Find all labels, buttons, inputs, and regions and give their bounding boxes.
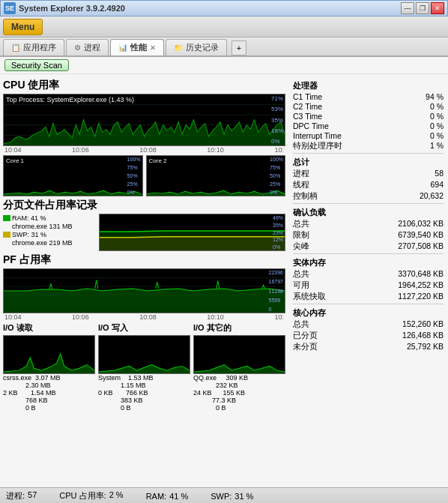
thread-value: 694 (430, 180, 444, 190)
status-ram: RAM: 41 % (146, 492, 189, 501)
status-process-label: 进程: (6, 490, 25, 502)
status-ram-label: RAM: (146, 492, 167, 501)
svg-rect-8 (147, 156, 285, 196)
swp-color (3, 232, 10, 238)
restore-button[interactable]: ❐ (416, 2, 429, 14)
phys-avail-label: 可用 (293, 280, 309, 291)
io-write-title: I/O 写入 (98, 322, 190, 334)
special-row: 特别处理序时 1 % (293, 141, 444, 151)
divider3 (293, 253, 444, 254)
interrupt-label: Interrupt Time (293, 131, 342, 140)
cpu-axis-right: 71% 53% 35% 18% 0% (271, 94, 283, 145)
core2-axis: 100% 75% 50% 25% 0% (270, 156, 283, 196)
phys-total-label: 总共 (293, 269, 309, 280)
io-other-chart (193, 335, 285, 374)
commit-limit-label: 限制 (293, 230, 309, 241)
phys-cache-value: 1127,220 KB (398, 292, 444, 302)
core1-axis: 100% 75% 50% 25% 0% (127, 156, 141, 196)
cpu-time-axis: 10:04 10:06 10:08 10:10 10: (3, 146, 285, 154)
commit-peak-value: 2707,508 KB (398, 241, 444, 252)
status-cpu: CPU 占用率: 2 % (59, 490, 123, 502)
c1-row: C1 Time 94 % (293, 92, 444, 101)
handle-label: 控制柄 (293, 191, 318, 202)
menu-bar: Menu (0, 16, 448, 37)
phys-cache-row: 系统快取 1127,220 KB (293, 292, 444, 302)
pf-record-svg (100, 214, 285, 250)
performance-icon: 📊 (118, 43, 127, 52)
svg-rect-6 (4, 156, 142, 196)
tab-performance[interactable]: 📊 性能 ✕ (110, 39, 164, 55)
pf-time-axis: 10:04 10:06 10:08 10:10 10: (3, 313, 285, 321)
io-other-svg (194, 336, 285, 373)
process-value: 58 (435, 169, 444, 179)
tab-applications[interactable]: 📋 应用程序 (3, 39, 64, 55)
io-read-data: csrss.exe 3.07 MB 2.30 MB 2 KB 1.54 MB 7… (3, 374, 95, 412)
divider2 (293, 203, 444, 204)
dpc-label: DPC Time (293, 121, 329, 130)
io-read-col: I/O 读取 csrss.exe 3.07 MB 2.30 MB 2 KB 1.… (3, 322, 95, 412)
status-ram-value: 41 % (169, 492, 188, 501)
handle-row: 控制柄 20,632 (293, 191, 444, 202)
minimize-button[interactable]: — (401, 2, 414, 14)
core1-chart: 100% 75% 50% 25% 0% Core 1 2 % (3, 155, 143, 196)
io-other-data: QQ.exe 309 KB 232 KB 24 KB 155 KB 77.3 K… (193, 374, 285, 412)
processes-icon: ⚙ (74, 43, 81, 52)
physical-title: 实体内存 (293, 257, 444, 268)
core1-label: Core 1 (6, 157, 24, 164)
tab-processes[interactable]: ⚙ 进程 (66, 39, 109, 55)
dpc-row: DPC Time 0 % (293, 121, 444, 130)
commit-title: 确认负载 (293, 207, 444, 218)
cpu-section: CPU 使用率 71% 53% 35% 18% 0% Top Process: … (3, 79, 285, 196)
menu-button[interactable]: Menu (3, 19, 43, 35)
cpu-title: CPU 使用率 (3, 79, 285, 92)
tab-history-label: 历史记录 (186, 42, 219, 53)
status-swp-value: 31 % (234, 492, 253, 501)
commit-peak-label: 尖峰 (293, 241, 309, 252)
kernel-paged-value: 126,468 KB (402, 331, 444, 341)
commit-total-value: 2106,032 KB (398, 219, 444, 229)
thread-row: 线程 694 (293, 180, 444, 190)
phys-cache-label: 系统快取 (293, 292, 326, 302)
interrupt-row: Interrupt Time 0 % (293, 131, 444, 140)
commit-total-row: 总共 2106,032 KB (293, 219, 444, 229)
history-icon: 📁 (174, 43, 183, 52)
kernel-title: 核心内存 (293, 307, 444, 319)
commit-limit-row: 限制 6739,540 KB (293, 230, 444, 241)
tab-performance-close[interactable]: ✕ (150, 44, 156, 52)
io-read-chart (3, 335, 95, 374)
pf-usage-section: PF 占用率 22396 16797 11198 5599 0 (3, 253, 285, 321)
title-bar: SE System Explorer 3.9.2.4920 — ❐ ✕ (0, 0, 448, 16)
kernel-total-label: 总共 (293, 319, 309, 330)
c2-value: 0 % (430, 102, 444, 111)
status-process: 进程: 57 (6, 490, 37, 502)
io-read-title: I/O 读取 (3, 322, 95, 334)
right-panel: 处理器 C1 Time 94 % C2 Time 0 % C3 Time 0 %… (288, 74, 448, 487)
close-button[interactable]: ✕ (431, 2, 444, 14)
c2-row: C2 Time 0 % (293, 102, 444, 111)
security-scan-button[interactable]: Security Scan (4, 59, 69, 71)
left-panel: CPU 使用率 71% 53% 35% 18% 0% Top Process: … (0, 74, 288, 487)
cpu-main-chart: 71% 53% 35% 18% 0% Top Process: SystemEx… (3, 94, 285, 146)
tab-processes-label: 进程 (84, 42, 100, 53)
core1-svg (4, 156, 142, 196)
tab-history[interactable]: 📁 历史记录 (166, 39, 227, 55)
svg-marker-12 (100, 237, 285, 250)
pf-usage-svg (4, 269, 285, 313)
c1-value: 94 % (426, 92, 444, 101)
svg-marker-18 (4, 289, 285, 313)
tab-applications-label: 应用程序 (23, 42, 56, 53)
tab-performance-label: 性能 (130, 42, 147, 53)
add-tab-button[interactable]: + (231, 40, 246, 55)
ram-legend: RAM: 41 % (3, 214, 96, 222)
commit-total-label: 总共 (293, 219, 309, 229)
commit-limit-value: 6739,540 KB (398, 230, 444, 241)
kernel-total-row: 总共 152,260 KB (293, 319, 444, 330)
cpu-top-process: Top Process: SystemExplorer.exe (1.43 %) (6, 96, 134, 103)
divider1 (293, 153, 444, 154)
divider4 (293, 304, 444, 304)
phys-total-row: 总共 3370,648 KB (293, 269, 444, 280)
kernel-paged-label: 已分页 (293, 331, 318, 341)
c1-label: C1 Time (293, 92, 322, 101)
kernel-nonpaged-row: 未分页 25,792 KB (293, 342, 444, 352)
io-section: I/O 读取 csrss.exe 3.07 MB 2.30 MB 2 KB 1.… (3, 322, 285, 412)
